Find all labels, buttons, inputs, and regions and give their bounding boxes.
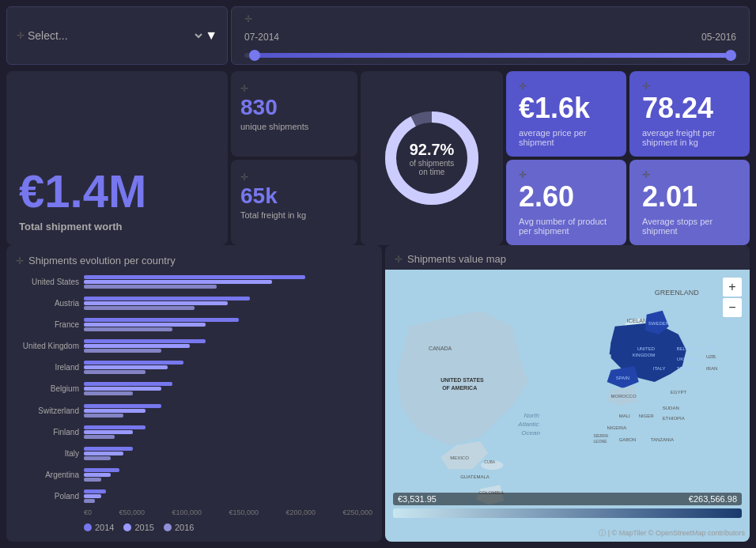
range-thumb-left[interactable] bbox=[249, 50, 260, 61]
chart-legend: 201420152016 bbox=[16, 523, 372, 532]
svg-text:UNITED STATES: UNITED STATES bbox=[440, 377, 484, 383]
bar-segment-2014 bbox=[84, 489, 106, 493]
svg-text:TANZANIA: TANZANIA bbox=[651, 437, 674, 442]
bar-group bbox=[84, 339, 372, 353]
bar-segment-2015 bbox=[84, 280, 272, 284]
x-axis-label: €200,000 bbox=[285, 508, 316, 516]
x-axis-label: €150,000 bbox=[229, 508, 259, 516]
total-freight-label: Total freight in kg bbox=[240, 210, 348, 220]
bar-label: Argentina bbox=[16, 471, 79, 479]
avg-stops-value: 2.01 bbox=[642, 180, 737, 214]
bar-label: United States bbox=[16, 278, 79, 286]
drag-handle-map: ✛ bbox=[395, 254, 403, 265]
bar-label: Belgium bbox=[16, 384, 79, 393]
map-title: Shipments value map bbox=[407, 253, 506, 265]
svg-text:GUATEMALA: GUATEMALA bbox=[460, 474, 490, 479]
country-select-container[interactable]: ✛ Select... ▼ bbox=[6, 6, 228, 65]
bar-row: Belgium bbox=[16, 382, 372, 396]
bar-group bbox=[84, 425, 372, 439]
map-gradient bbox=[393, 508, 742, 518]
range-thumb-right[interactable] bbox=[725, 50, 736, 61]
svg-text:GABON: GABON bbox=[619, 437, 637, 442]
bar-segment-2015 bbox=[84, 452, 123, 455]
bar-label: Finland bbox=[16, 428, 79, 437]
avg-products-value: 2.60 bbox=[519, 180, 614, 214]
bar-segment-2014 bbox=[84, 275, 305, 279]
total-worth-card: €1.4M Total shipment worth bbox=[6, 71, 228, 245]
right-kpis: ✛ €1.6k average price per shipment ✛ 78.… bbox=[506, 71, 750, 245]
map-attribution: ⓘ | © MapTiler © OpenStreetMap contribut… bbox=[599, 528, 745, 539]
map-zoom-controls[interactable]: + − bbox=[723, 278, 742, 317]
svg-text:MOROCCO: MOROCCO bbox=[611, 394, 637, 399]
drag-handle-shipments: ✛ bbox=[240, 83, 248, 94]
svg-text:KA: KA bbox=[709, 345, 715, 350]
avg-products-label: Avg number of product per shipment bbox=[519, 217, 614, 236]
drag-handle-freight: ✛ bbox=[240, 172, 248, 183]
avg-freight-card: ✛ 78.24 average freight per shipment in … bbox=[629, 71, 750, 157]
map-max-value: €263,566.98 bbox=[689, 494, 737, 504]
small-metrics-column: ✛ 830 unique shipments ✛ 65k Total freig… bbox=[231, 71, 357, 245]
bar-group bbox=[84, 382, 372, 395]
bar-segment-2014 bbox=[84, 404, 161, 408]
bar-segment-2016 bbox=[84, 499, 95, 503]
total-worth-value: €1.4M bbox=[19, 168, 146, 214]
zoom-out-button[interactable]: − bbox=[723, 298, 742, 317]
unique-shipments-value: 830 bbox=[240, 95, 348, 120]
bar-label: United Kingdom bbox=[16, 342, 79, 350]
svg-text:CUBA: CUBA bbox=[484, 459, 496, 464]
avg-freight-value: 78.24 bbox=[642, 92, 737, 125]
bar-row: United States bbox=[16, 274, 372, 289]
date-start-label: 07-2014 bbox=[244, 32, 279, 43]
bar-segment-2014 bbox=[84, 425, 146, 429]
x-axis: €0€50,000€100,000€150,000€200,000€250,00… bbox=[16, 508, 372, 516]
x-axis-label: €0 bbox=[84, 508, 92, 516]
bar-segment-2014 bbox=[84, 468, 119, 472]
x-axis-label: €50,000 bbox=[119, 508, 145, 516]
bar-label: Ireland bbox=[16, 363, 79, 372]
bar-segment-2015 bbox=[84, 430, 133, 434]
unique-shipments-label: unique shipments bbox=[240, 122, 348, 131]
avg-freight-label: average freight per shipment in kg bbox=[642, 128, 737, 147]
drag-handle-select: ✛ bbox=[17, 30, 25, 41]
drag-handle-avg-freight: ✛ bbox=[642, 81, 737, 92]
bar-group bbox=[84, 297, 372, 310]
top-bar: ✛ Select... ▼ ✛ 07-2014 05-2016 bbox=[0, 0, 756, 71]
bar-segment-2015 bbox=[84, 344, 190, 348]
bar-row: Ireland bbox=[16, 361, 372, 375]
legend-dot bbox=[164, 523, 172, 531]
avg-products-card: ✛ 2.60 Avg number of product per shipmen… bbox=[506, 160, 626, 245]
svg-text:Atlantic: Atlantic bbox=[517, 421, 539, 428]
bar-group bbox=[84, 447, 372, 460]
svg-text:SPAIN: SPAIN bbox=[616, 376, 630, 380]
bar-row: France bbox=[16, 317, 372, 331]
map-min-value: €3,531.95 bbox=[398, 494, 437, 504]
bar-label: Austria bbox=[16, 299, 79, 308]
bottom-row: ✛ Shipments evolution per country United… bbox=[0, 245, 756, 548]
zoom-in-button[interactable]: + bbox=[723, 278, 742, 297]
drag-handle-products: ✛ bbox=[519, 169, 614, 180]
svg-text:UZB.: UZB. bbox=[706, 354, 717, 359]
bar-segment-2015 bbox=[84, 323, 206, 327]
bar-segment-2014 bbox=[84, 447, 133, 451]
avg-stops-card: ✛ 2.01 Average stops per shipment bbox=[629, 160, 750, 245]
date-range-container: ✛ 07-2014 05-2016 bbox=[231, 6, 750, 65]
x-axis-label: €250,000 bbox=[342, 508, 372, 516]
metrics-row: €1.4M Total shipment worth ✛ 830 unique … bbox=[0, 71, 756, 245]
country-select[interactable]: Select... bbox=[25, 28, 205, 43]
bar-segment-2015 bbox=[84, 387, 161, 391]
avg-price-label: average price per shipment bbox=[519, 128, 614, 147]
svg-text:SIERRA: SIERRA bbox=[594, 433, 609, 438]
svg-text:EGYPT: EGYPT bbox=[671, 390, 687, 395]
svg-text:MALI: MALI bbox=[619, 414, 630, 418]
bar-segment-2016 bbox=[84, 306, 195, 310]
bar-segment-2016 bbox=[84, 456, 111, 460]
range-fill bbox=[254, 53, 726, 58]
donut-chart: 92.7% of shipments on time bbox=[380, 107, 483, 210]
bar-row: Argentina bbox=[16, 468, 372, 482]
bar-chart: United StatesAustriaFranceUnited Kingdom… bbox=[16, 274, 372, 504]
map-header: ✛ Shipments value map bbox=[385, 245, 750, 270]
date-range-slider[interactable] bbox=[244, 53, 736, 58]
bar-segment-2016 bbox=[84, 285, 217, 289]
bar-segment-2014 bbox=[84, 361, 183, 365]
svg-text:GREENLAND: GREENLAND bbox=[655, 289, 700, 297]
